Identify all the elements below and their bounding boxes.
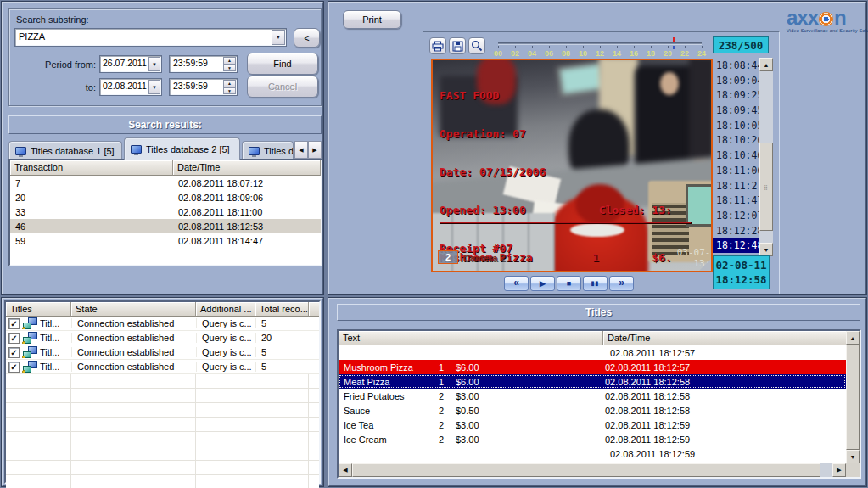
transaction-row[interactable]: 7 02.08.2011 18:07:12 xyxy=(10,176,321,190)
resize-grip-icon[interactable] xyxy=(699,259,711,271)
titles-table-header: Text Date/Time xyxy=(339,331,846,345)
time-to-spinner[interactable]: 23:59:59 ▲▼ xyxy=(169,78,238,96)
logo-target-icon xyxy=(819,12,833,26)
timestamp-item[interactable]: 18:12:28 xyxy=(713,223,759,238)
tab-scroll-right-button[interactable]: ▶ xyxy=(308,141,322,159)
title-row-highlighted[interactable]: Mushroom Pizza 1 $6.00 02.08.2011 18:12:… xyxy=(339,360,846,374)
transaction-row[interactable]: 59 02.08.2011 18:14:47 xyxy=(10,233,321,248)
transaction-row[interactable]: 20 02.08.2011 18:09:06 xyxy=(10,190,321,205)
title-row-selected[interactable]: Meat Pizza 1 $6.00 02.08.2011 18:12:58 xyxy=(339,374,846,389)
scrollbar-thumb[interactable] xyxy=(352,463,820,477)
scroll-right-button[interactable]: ▶ xyxy=(832,463,846,477)
play-button[interactable]: ▶ xyxy=(530,276,555,291)
database-row[interactable]: ✓ Titl... Connection established Query i… xyxy=(6,331,319,345)
timestamp-item[interactable]: 18:11:27 xyxy=(713,178,759,194)
timestamp-item[interactable]: 18:11:47 xyxy=(713,193,759,208)
time-from-spin-buttons[interactable]: ▲▼ xyxy=(223,57,236,71)
tab-titles-database-1[interactable]: Titles database 1 [5] xyxy=(8,141,122,160)
title-row-divider[interactable]: 02.08.2011 18:12:57 xyxy=(339,345,846,360)
title-row[interactable]: Ice Tea 2 $3.00 02.08.2011 18:12:59 xyxy=(339,418,846,432)
titles-vertical-scrollbar[interactable]: ▲ ▼ xyxy=(846,331,860,463)
database-title: Titl... xyxy=(40,333,59,343)
video-frame[interactable]: FAST FOOD Operation: 07 Date: 07/15/2006… xyxy=(431,59,713,272)
time-from-spinner[interactable]: 23:59:59 ▲▼ xyxy=(169,55,238,73)
checkbox-checked[interactable]: ✓ xyxy=(8,347,20,358)
find-button[interactable]: Find xyxy=(247,53,318,75)
item-qty: 2 xyxy=(427,420,456,430)
timestamp-item[interactable]: 18:09:45 xyxy=(713,103,759,118)
spin-down-icon[interactable]: ▼ xyxy=(223,65,236,72)
collapse-button[interactable]: < xyxy=(294,28,320,48)
frame-save-button[interactable] xyxy=(449,37,466,54)
timestamp-item[interactable]: 18:12:07 xyxy=(713,208,759,223)
column-header-text[interactable]: Text xyxy=(339,331,603,345)
camera-label: Camera 2 xyxy=(463,253,506,263)
timestamp-list-scrollbar[interactable]: ▲ ⣿ ▼ xyxy=(759,58,773,256)
column-header-state[interactable]: State xyxy=(71,302,196,317)
timestamp-item[interactable]: 18:10:05 xyxy=(713,118,759,133)
column-header-titles[interactable]: Titles xyxy=(6,302,71,317)
column-header-datetime[interactable]: Date/Time xyxy=(173,160,321,176)
frame-print-button[interactable] xyxy=(429,37,446,54)
column-header-transaction[interactable]: Transaction xyxy=(10,160,173,176)
date-to-dropdown[interactable]: ▼ xyxy=(148,80,160,94)
timestamp-item[interactable]: 18:09:25 xyxy=(713,87,759,103)
title-datetime: 02.08.2011 18:12:58 xyxy=(598,406,690,416)
search-input[interactable]: PIZZA ▼ xyxy=(14,28,287,47)
frame-zoom-button[interactable] xyxy=(468,37,485,54)
pause-button[interactable]: ▮▮ xyxy=(583,276,608,291)
print-button[interactable]: Print xyxy=(343,10,401,29)
app-window: Search substring: PIZZA ▼ < Period from:… xyxy=(0,0,868,488)
titles-horizontal-scrollbar[interactable]: ◀ ▶ xyxy=(339,463,846,477)
scroll-left-button[interactable]: ◀ xyxy=(339,463,352,477)
fast-forward-button[interactable]: » xyxy=(609,276,634,291)
database-row[interactable]: ✓ Titl... Connection established Query i… xyxy=(6,345,319,360)
scroll-down-button[interactable]: ▼ xyxy=(759,243,773,256)
database-row[interactable]: ✓ Titl... Connection established Query i… xyxy=(6,360,319,374)
timestamp-item[interactable]: 18:08:44 xyxy=(713,58,759,73)
spin-up-icon[interactable]: ▲ xyxy=(223,57,236,65)
title-row[interactable]: Ice Cream 2 $3.00 02.08.2011 18:12:59 xyxy=(339,432,846,446)
date-from-picker[interactable]: 26.07.2011 ▼ xyxy=(99,55,162,73)
timestamp-item[interactable]: 18:10:26 xyxy=(713,132,759,148)
timestamp-item[interactable]: 18:09:04 xyxy=(713,73,759,88)
timestamp-item[interactable]: 18:10:46 xyxy=(713,148,759,163)
title-row[interactable]: Sauce 2 $0.50 02.08.2011 18:12:58 xyxy=(339,403,846,418)
timestamp-item-selected[interactable]: 18:12:48 xyxy=(713,238,759,253)
tab-titles-database-3[interactable]: Titles dat. xyxy=(242,141,294,160)
transactions-table-header: Transaction Date/Time xyxy=(10,160,321,176)
time-to-spin-buttons[interactable]: ▲▼ xyxy=(223,80,236,94)
cancel-button[interactable]: Cancel xyxy=(247,76,318,98)
rewind-button[interactable]: « xyxy=(504,276,529,291)
tab-titles-database-2[interactable]: Titles database 2 [5] xyxy=(124,137,240,160)
transaction-row-selected[interactable]: 46 02.08.2011 18:12:53 xyxy=(10,219,321,233)
transaction-row[interactable]: 33 02.08.2011 18:11:00 xyxy=(10,205,321,219)
triangle-up-icon: ▲ xyxy=(850,335,856,341)
date-from-dropdown[interactable]: ▼ xyxy=(148,57,160,71)
title-row[interactable]: Fried Potatoes 2 $3.00 02.08.2011 18:12:… xyxy=(339,389,846,403)
tab-scroll-left-button[interactable]: ◀ xyxy=(294,141,308,159)
timestamp-item[interactable]: 18:11:06 xyxy=(713,163,759,178)
scroll-down-button[interactable]: ▼ xyxy=(846,450,860,463)
spin-down-icon[interactable]: ▼ xyxy=(223,87,236,95)
column-header-additional[interactable]: Additional ... xyxy=(196,302,255,317)
spin-up-icon[interactable]: ▲ xyxy=(223,80,236,87)
scroll-up-button[interactable]: ▲ xyxy=(846,331,860,345)
database-row[interactable]: ✓ Titl... Connection established Query i… xyxy=(6,317,319,331)
database-title: Titl... xyxy=(40,318,59,328)
scrollbar-thumb[interactable] xyxy=(846,345,860,450)
item-name: Sauce xyxy=(339,406,427,416)
checkbox-checked[interactable]: ✓ xyxy=(8,333,20,344)
column-header-total[interactable]: Total reco... xyxy=(255,302,309,317)
database-additional: Query is c... xyxy=(196,347,255,357)
title-row-divider[interactable]: 02.08.2011 18:12:59 xyxy=(339,446,846,461)
stop-button[interactable]: ■ xyxy=(557,276,581,291)
search-dropdown-button[interactable]: ▼ xyxy=(272,30,285,45)
scroll-up-button[interactable]: ▲ xyxy=(759,58,773,71)
checkbox-checked[interactable]: ✓ xyxy=(8,318,20,329)
timeline-position-marker[interactable] xyxy=(673,37,675,42)
scrollbar-thumb[interactable]: ⣿ xyxy=(759,143,773,231)
checkbox-checked[interactable]: ✓ xyxy=(8,362,20,373)
column-header-datetime[interactable]: Date/Time xyxy=(603,331,846,345)
date-to-picker[interactable]: 02.08.2011 ▼ xyxy=(99,78,162,96)
